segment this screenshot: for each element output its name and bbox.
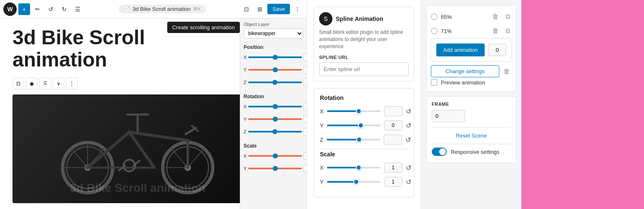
frame-divider (432, 127, 511, 127)
save-button[interactable]: Save (267, 4, 290, 14)
plugin-name: Spline Animation (336, 15, 383, 22)
redo-button[interactable]: ↻ (58, 3, 70, 15)
pos-y-slider[interactable] (248, 69, 302, 71)
rotation-z-input[interactable] (384, 135, 402, 145)
plugin-header: S Spline Animation (319, 12, 409, 25)
breadcrumb-shortcut: ⌘K (193, 6, 201, 12)
rotation-y-row: Y ↺ (320, 120, 408, 130)
rotation-x-reset[interactable]: ↺ (406, 107, 411, 115)
editor-content: 3d Bike Scroll animation ⊡ ◉ ⠿ ∨ ⋮ (0, 18, 240, 209)
preview-animation-checkbox[interactable] (431, 79, 438, 86)
scale-title: Scale (320, 151, 408, 158)
animation-frame-input[interactable] (488, 44, 506, 56)
scale-x-main-slider[interactable] (327, 167, 381, 168)
rotation-z-slider[interactable] (327, 139, 380, 140)
list-view-button[interactable]: ☰ (72, 3, 83, 15)
position-section-title: Position (244, 44, 303, 50)
pos-y-input[interactable] (304, 66, 307, 74)
breadcrumb-pill[interactable]: 📄 3d Bike Scroll animation ⌘K (118, 5, 206, 13)
breadcrumb: 📄 3d Bike Scroll animation ⌘K (85, 5, 239, 13)
spline-url-input[interactable] (319, 62, 409, 76)
animation-65-radio[interactable] (431, 13, 438, 20)
object-layer-select[interactable]: bikewrapper (244, 28, 303, 38)
scale-y-main-row: Y ↺ (320, 177, 408, 187)
rotation-x-slider[interactable] (327, 110, 381, 112)
position-x-row: X ↺ (244, 54, 303, 61)
responsive-toggle[interactable] (432, 148, 447, 156)
undo-button[interactable]: ↺ (45, 3, 57, 15)
rot-x-slider[interactable] (248, 106, 302, 107)
rot-y-label: Y (244, 117, 247, 122)
scale-x-main-reset[interactable]: ↺ (406, 164, 411, 172)
pos-z-slider[interactable] (248, 82, 302, 83)
scale-y-main-slider[interactable] (327, 181, 381, 183)
scale-y-slider[interactable] (248, 168, 302, 169)
more-options-button[interactable]: ⋮ (292, 3, 303, 15)
scale-x-row: X ↺ (244, 152, 303, 160)
add-block-button[interactable]: + (18, 3, 30, 15)
svg-line-21 (88, 148, 104, 168)
external-link-button[interactable]: ⊞ (254, 3, 266, 15)
change-settings-button[interactable]: Change settings (431, 65, 499, 77)
responsive-divider (432, 144, 511, 144)
block-move-btn[interactable]: ⠿ (39, 78, 51, 89)
pos-x-slider[interactable] (248, 56, 302, 58)
rotation-z-reset[interactable]: ↺ (405, 136, 411, 144)
frame-section-title: FRAME (432, 102, 511, 107)
scale-y-input[interactable] (304, 165, 307, 172)
rotation-y-input[interactable] (384, 120, 402, 130)
scale-y-main-input[interactable] (384, 177, 402, 187)
rot-y-input[interactable] (304, 115, 307, 123)
preview-button[interactable]: ⊡ (241, 3, 252, 15)
animation-65-percent: 65% (441, 14, 487, 20)
rotation-y-reset[interactable]: ↺ (406, 122, 411, 130)
animation-71-percent: 71% (441, 28, 487, 34)
rotation-y-slider[interactable] (327, 125, 381, 126)
rot-z-input[interactable] (304, 128, 307, 135)
toolbar-right: ⊡ ⊞ Save ⋮ (241, 3, 303, 15)
spline-url-label: SPLINE URL (319, 55, 409, 60)
rot-x-axis-label: X (320, 108, 324, 115)
rotation-x-row: X ↺ (320, 106, 408, 116)
scale-x-slider[interactable] (248, 155, 302, 157)
change-settings-area: Change settings 🗑 (431, 65, 512, 77)
pos-x-input[interactable] (304, 54, 307, 61)
rot-y-axis-label: Y (320, 122, 324, 129)
animation-item-71: 71% 🗑 ⧉ (431, 24, 512, 38)
rot-x-input[interactable] (304, 103, 307, 110)
block-settings-btn[interactable]: ⊡ (13, 78, 24, 89)
scale-y-main-reset[interactable]: ↺ (406, 178, 411, 186)
create-scrolling-animation-button[interactable]: Create scrolling animation (167, 22, 240, 33)
editor-panel: W + ✏ ↺ ↻ ☰ 📄 3d Bike Scroll animation ⌘… (0, 0, 307, 209)
frame-value-input[interactable] (432, 110, 465, 122)
position-z-row: Z ↺ (244, 79, 303, 86)
brush-button[interactable]: ✏ (32, 3, 43, 15)
animation-71-delete[interactable]: 🗑 (491, 26, 501, 36)
plugin-description: Small block editor plugin to add spline … (319, 29, 409, 50)
pos-z-input[interactable] (304, 79, 307, 86)
rot-z-slider[interactable] (248, 131, 302, 133)
wp-logo-icon[interactable]: W (3, 3, 17, 16)
rot-y-slider[interactable] (248, 118, 302, 120)
scale-x-main-input[interactable] (384, 163, 402, 173)
bike-image: 3d Bike Scroll animation (13, 94, 240, 203)
block-icon-btn[interactable]: ◉ (26, 78, 38, 89)
plugin-info-card: S Spline Animation Small block editor pl… (314, 7, 414, 82)
change-settings-delete[interactable]: 🗑 (502, 67, 512, 76)
block-arrow-btn[interactable]: ∨ (53, 78, 64, 89)
scale-x-axis-label: X (320, 165, 324, 171)
animation-65-delete[interactable]: 🗑 (491, 12, 501, 21)
svg-line-9 (129, 132, 188, 140)
block-more-btn[interactable]: ⋮ (66, 78, 78, 89)
scale-x-input[interactable] (304, 152, 307, 160)
reset-scene-button[interactable]: Reset Scene (432, 129, 511, 142)
animation-65-copy[interactable]: ⧉ (504, 12, 512, 21)
animation-71-copy[interactable]: ⧉ (504, 26, 512, 36)
scale-y-label: Y (244, 166, 247, 171)
add-animation-button[interactable]: Add animation (436, 43, 485, 56)
rotation-sidebar-title: Rotation (244, 94, 303, 99)
rotation-x-input[interactable] (384, 106, 402, 116)
object-layer-section: Object Layer bikewrapper (244, 22, 303, 38)
animation-71-radio[interactable] (431, 28, 438, 34)
block-toolbar: ⊡ ◉ ⠿ ∨ ⋮ (13, 78, 227, 89)
